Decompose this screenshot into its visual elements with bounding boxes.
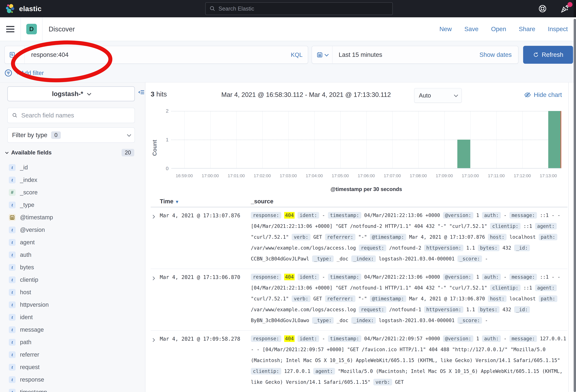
collapse-sidebar-icon[interactable] bbox=[138, 88, 145, 97]
field-item-bytes[interactable]: tbytes bbox=[9, 261, 141, 274]
x-axis-tick-label: 17:07:00 bbox=[384, 173, 401, 178]
field-name-pill: httpversion: bbox=[424, 306, 463, 313]
chevron-down-icon bbox=[127, 133, 131, 137]
menu-icon[interactable] bbox=[6, 26, 14, 32]
query-language-button[interactable]: KQL bbox=[286, 52, 308, 58]
field-item-host[interactable]: thost bbox=[9, 286, 141, 299]
time-picker-menu[interactable] bbox=[312, 46, 333, 63]
y-axis-title: Count bbox=[152, 140, 158, 156]
global-search-input[interactable] bbox=[219, 6, 389, 12]
show-dates-button[interactable]: Show dates bbox=[480, 51, 518, 58]
field-name-pill: timestamp: bbox=[328, 335, 361, 342]
field-search-input[interactable] bbox=[21, 112, 130, 119]
toolbar-action-open[interactable]: Open bbox=[491, 26, 506, 33]
field-item-@version[interactable]: t@version bbox=[9, 224, 141, 236]
source-text: "curl/7.52.1" bbox=[251, 234, 289, 240]
field-name-pill: _score: bbox=[458, 317, 482, 324]
field-item-response[interactable]: tresponse bbox=[9, 373, 141, 386]
field-item-_id[interactable]: t_id bbox=[9, 161, 141, 174]
chevron-down-icon[interactable] bbox=[5, 150, 9, 154]
field-name: response bbox=[20, 376, 44, 383]
x-axis-tick-label: 17:08:00 bbox=[410, 173, 427, 178]
field-item-ident[interactable]: tident bbox=[9, 311, 141, 323]
field-item-path[interactable]: tpath bbox=[9, 336, 141, 348]
field-name-pill: message: bbox=[510, 212, 537, 219]
available-fields-heading: Available fields bbox=[11, 149, 52, 156]
histogram-bar[interactable] bbox=[457, 140, 470, 168]
refresh-button[interactable]: Refresh bbox=[523, 46, 573, 64]
discover-app-badge[interactable]: D bbox=[26, 24, 37, 34]
index-pattern-selector[interactable]: logstash-* bbox=[7, 86, 135, 101]
field-item-referrer[interactable]: treferrer bbox=[9, 348, 141, 361]
field-name: httpversion bbox=[20, 301, 49, 308]
source-text: - bbox=[504, 336, 507, 341]
source-text: _doc bbox=[337, 318, 348, 323]
source-text: - bbox=[322, 274, 325, 280]
global-header: elastic bbox=[0, 0, 576, 17]
field-name-pill: response: bbox=[251, 274, 281, 280]
y-axis-tick-label: 1 bbox=[160, 137, 169, 142]
calendar-icon bbox=[317, 52, 323, 58]
expand-row-icon[interactable] bbox=[151, 336, 160, 388]
field-search-box bbox=[7, 108, 135, 123]
field-name-pill: httpversion: bbox=[424, 245, 463, 251]
field-name-pill: auth: bbox=[482, 212, 501, 219]
histogram-bar[interactable] bbox=[548, 111, 561, 168]
time-range-value[interactable]: Last 15 minutes bbox=[333, 51, 382, 58]
filter-icon bbox=[4, 69, 13, 77]
row-source: response: 404 ident: - timestamp: 04/Mar… bbox=[251, 272, 568, 326]
field-item-clientip[interactable]: tclientip bbox=[9, 274, 141, 286]
source-text: ByBN_3cB04dGovJLOawo bbox=[251, 318, 309, 323]
eye-closed-icon bbox=[524, 91, 531, 98]
field-name-pill: host: bbox=[488, 295, 507, 302]
field-item-@timestamp[interactable]: @timestamp bbox=[9, 211, 141, 224]
field-item-agent[interactable]: tagent bbox=[9, 236, 141, 249]
field-item-auth[interactable]: tauth bbox=[9, 249, 141, 261]
x-axis-tick-label: 17:01:00 bbox=[228, 173, 245, 178]
string-type-icon: t bbox=[9, 364, 16, 370]
toolbar-action-new[interactable]: New bbox=[439, 26, 452, 33]
source-text: - bbox=[504, 212, 507, 218]
field-item-_index[interactable]: t_index bbox=[9, 174, 141, 186]
field-name-pill: referrer: bbox=[325, 295, 355, 302]
global-search[interactable] bbox=[205, 2, 393, 15]
field-item-timestamp[interactable]: ttimestamp bbox=[9, 386, 141, 392]
expand-row-icon[interactable] bbox=[151, 213, 160, 264]
help-icon[interactable] bbox=[538, 4, 547, 13]
interval-select[interactable]: Auto bbox=[414, 88, 462, 103]
field-name-pill: clientip: bbox=[490, 284, 520, 291]
field-name-pill: _type: bbox=[312, 317, 334, 324]
field-item-_type[interactable]: t_type bbox=[9, 199, 141, 211]
filter-count-badge: 0 bbox=[51, 131, 61, 139]
source-text: ::1 bbox=[523, 223, 532, 229]
field-name-pill: _index: bbox=[351, 317, 376, 324]
add-filter-button[interactable]: + Add filter bbox=[16, 70, 44, 76]
highlighted-match: 404 bbox=[284, 212, 295, 219]
elastic-logo-icon bbox=[6, 3, 16, 14]
field-name-pill: message: bbox=[510, 274, 537, 280]
x-axis-tick-label: 17:02:00 bbox=[254, 173, 271, 178]
expand-row-icon[interactable] bbox=[151, 274, 160, 326]
column-header-time[interactable]: Time▼ bbox=[160, 198, 251, 205]
notification-dot bbox=[568, 2, 573, 7]
string-type-icon: t bbox=[9, 164, 16, 171]
field-item-httpversion[interactable]: thttpversion bbox=[9, 299, 141, 311]
source-text: "-" bbox=[358, 296, 367, 302]
toolbar-action-inspect[interactable]: Inspect bbox=[548, 26, 568, 33]
field-item-request[interactable]: trequest bbox=[9, 361, 141, 373]
chevron-down-icon bbox=[17, 52, 21, 56]
field-name: message bbox=[20, 326, 44, 333]
source-text: 1 bbox=[476, 212, 479, 218]
toolbar-action-save[interactable]: Save bbox=[464, 26, 479, 33]
hits-count: 3 hits bbox=[151, 90, 167, 98]
filter-by-type-button[interactable]: Filter by type 0 bbox=[7, 127, 135, 143]
field-item-message[interactable]: tmessage bbox=[9, 323, 141, 336]
hide-chart-button[interactable]: Hide chart bbox=[524, 91, 562, 98]
toolbar-action-share[interactable]: Share bbox=[519, 26, 535, 33]
saved-query-menu[interactable] bbox=[5, 46, 25, 63]
field-name-pill: verb: bbox=[373, 379, 392, 385]
query-input-box: KQL bbox=[4, 46, 308, 64]
query-input[interactable] bbox=[25, 51, 286, 58]
field-item-_score[interactable]: #_score bbox=[9, 186, 141, 199]
scrollbar-thumb[interactable] bbox=[574, 19, 576, 392]
